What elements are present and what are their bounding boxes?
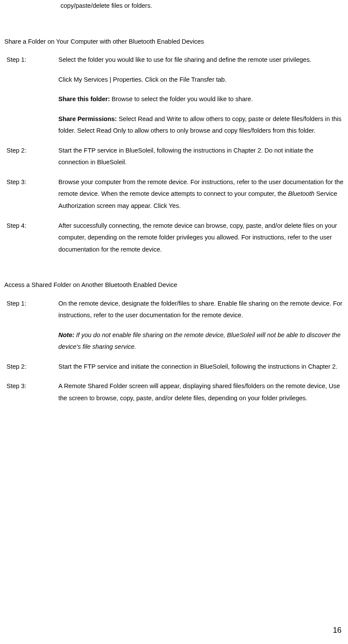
step-body: After successfully connecting, the remot… (58, 220, 344, 256)
text-span: If you do not enable file sharing on the… (58, 332, 341, 351)
step-text: Start the FTP service and initiate the c… (58, 361, 344, 373)
text-span: Browse to select the folder you would li… (110, 96, 252, 102)
step-body: On the remote device, designate the fold… (58, 298, 344, 353)
step-body: Start the FTP service in BlueSoleil, fol… (58, 145, 344, 169)
step-body: Select the folder you would like to use … (58, 54, 344, 137)
step-body: Start the FTP service and initiate the c… (58, 361, 344, 373)
step-row: Step 2: Start the FTP service and initia… (6, 361, 344, 373)
section1-steps: Step 1: Select the folder you would like… (6, 54, 344, 255)
step-text: Click My Services | Properties. Click on… (58, 74, 344, 86)
step-label: Step 1: (6, 54, 58, 137)
bold-label: Note: (58, 332, 74, 338)
step-text: A Remote Shared Folder screen will appea… (58, 380, 344, 404)
bold-label: Share Permissions: (58, 115, 117, 122)
step-body: A Remote Shared Folder screen will appea… (58, 380, 344, 404)
step-row: Step 4: After successfully connecting, t… (6, 220, 344, 256)
step-row: Step 1: Select the folder you would like… (6, 54, 344, 137)
step-row: Step 1: On the remote device, designate … (6, 298, 344, 353)
note-text: Note: If you do not enable file sharing … (58, 329, 344, 353)
step-text: Select the folder you would like to use … (58, 54, 344, 66)
step-text: Browse your computer from the remote dev… (58, 176, 344, 212)
step-label: Step 2: (6, 145, 58, 169)
step-text: Start the FTP service in BlueSoleil, fol… (58, 145, 344, 169)
section-heading-1: Share a Folder on Your Computer with oth… (4, 36, 344, 48)
step-body: Browse your computer from the remote dev… (58, 176, 344, 212)
step-label: Step 3: (6, 176, 58, 212)
step-row: Step 3: A Remote Shared Folder screen wi… (6, 380, 344, 404)
step-text: On the remote device, designate the fold… (58, 298, 344, 322)
step-label: Step 2: (6, 361, 58, 373)
bold-label: Share this folder: (58, 96, 110, 102)
step-label: Step 3: (6, 380, 58, 404)
step-label: Step 1: (6, 298, 58, 353)
section-heading-2: Access a Shared Folder on Another Blueto… (4, 279, 344, 291)
step-text: After successfully connecting, the remot… (58, 220, 344, 256)
step-label: Step 4: (6, 220, 58, 256)
document-page: copy/paste/delete files or folders. Shar… (0, 0, 348, 644)
step-text: Share Permissions: Select Read and Write… (58, 113, 344, 137)
section2-steps: Step 1: On the remote device, designate … (6, 298, 344, 405)
step-row: Step 2: Start the FTP service in BlueSol… (6, 145, 344, 169)
page-number: 16 (333, 623, 342, 638)
step-row: Step 3: Browse your computer from the re… (6, 176, 344, 212)
italic-text: Bluetooth (288, 190, 314, 197)
top-fragment-text: copy/paste/delete files or folders. (61, 0, 344, 12)
step-text: Share this folder: Browse to select the … (58, 93, 344, 105)
